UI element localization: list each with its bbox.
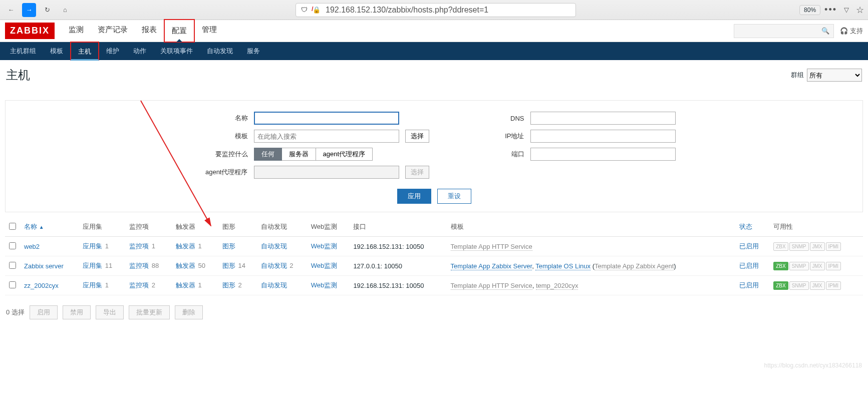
web-link[interactable]: Web监测 — [311, 262, 338, 269]
avail-jmx-badge: JMX — [810, 242, 825, 251]
filter-name-label: 名称 — [193, 114, 248, 123]
web-link[interactable]: Web监测 — [311, 242, 338, 250]
triggers-link[interactable]: 触发器 — [176, 281, 195, 289]
bulk-export-button[interactable]: 导出 — [96, 305, 124, 319]
filter-agentproxy-select-button: 选择 — [405, 166, 429, 179]
items-link[interactable]: 监控项 — [129, 242, 149, 250]
apps-link[interactable]: 应用集 — [83, 281, 102, 289]
template-link[interactable]: Template App HTTP Service — [451, 282, 532, 290]
bulk-delete-button[interactable]: 删除 — [175, 305, 203, 319]
headset-icon: 🎧 — [840, 27, 848, 35]
col-web: Web监测 — [307, 217, 350, 237]
url-bar[interactable]: 🛡 🔒/ 192.168.152.130/zabbix/hosts.php?dd… — [296, 3, 576, 17]
items-link[interactable]: 监控项 — [129, 262, 149, 269]
graphs-link[interactable]: 图形 — [222, 262, 235, 269]
subnav-services[interactable]: 服务 — [240, 42, 267, 60]
subnav-actions[interactable]: 动作 — [126, 42, 153, 60]
template-link[interactable]: Template App Zabbix Server — [451, 262, 532, 270]
filter-template-select-button[interactable]: 选择 — [405, 130, 429, 143]
row-checkbox[interactable] — [9, 262, 16, 269]
template-link[interactable]: Template App HTTP Service — [451, 243, 532, 251]
col-name[interactable]: 名称 ▲ — [20, 217, 79, 237]
home-button[interactable]: ⌂ — [58, 3, 72, 17]
nav-admin[interactable]: 管理 — [195, 19, 224, 43]
filter-dns-input[interactable] — [530, 112, 676, 125]
subnav-templates[interactable]: 模板 — [43, 42, 70, 60]
subnav-discovery[interactable]: 自动发现 — [200, 42, 240, 60]
triggers-link[interactable]: 触发器 — [176, 262, 195, 269]
items-link[interactable]: 监控项 — [129, 281, 149, 289]
status-toggle[interactable]: 已启用 — [739, 242, 759, 250]
subnav-correlation[interactable]: 关联项事件 — [153, 42, 200, 60]
bulk-massupdate-button[interactable]: 批量更新 — [129, 305, 170, 319]
graphs-link[interactable]: 图形 — [222, 242, 235, 250]
template-link[interactable]: Template OS Linux — [535, 262, 591, 270]
select-all-checkbox[interactable] — [9, 223, 16, 230]
discovery-link[interactable]: 自动发现 — [261, 262, 287, 269]
template-link[interactable]: temp_2020cyx — [536, 282, 578, 290]
row-checkbox[interactable] — [9, 242, 16, 249]
bulk-actions: 0 选择 启用 禁用 导出 批量更新 删除 — [0, 298, 868, 326]
web-link[interactable]: Web监测 — [311, 281, 338, 289]
zoom-badge[interactable]: 80% — [799, 5, 820, 15]
bookmark-star-icon[interactable]: ☆ — [856, 5, 864, 16]
top-nav: 监测 资产记录 报表 配置 管理 — [62, 19, 224, 43]
templates-cell: Template App HTTP Service — [447, 237, 736, 256]
filter-template-label: 模板 — [193, 132, 248, 141]
global-search[interactable]: 🔍 — [734, 24, 834, 38]
sub-nav: 主机群组 模板 主机 维护 动作 关联项事件 自动发现 服务 — [0, 42, 868, 60]
host-name-link[interactable]: web2 — [24, 243, 40, 250]
discovery-link[interactable]: 自动发现 — [261, 281, 287, 289]
subnav-hostgroups[interactable]: 主机群组 — [3, 42, 43, 60]
filter-agentproxy-label: agent代理程序 — [193, 168, 248, 177]
filter-template-input[interactable] — [254, 130, 399, 143]
nav-inventory[interactable]: 资产记录 — [91, 19, 135, 43]
host-name-link[interactable]: Zabbix server — [24, 262, 64, 270]
triggers-link[interactable]: 触发器 — [176, 242, 195, 250]
filter-port-input[interactable] — [530, 148, 676, 161]
filter-name-input[interactable] — [254, 112, 399, 125]
filter-reset-button[interactable]: 重设 — [437, 189, 471, 204]
nav-monitor[interactable]: 监测 — [62, 19, 91, 43]
row-checkbox[interactable] — [9, 281, 16, 288]
more-icon[interactable]: ••• — [824, 5, 837, 15]
monitor-agent[interactable]: agent代理程序 — [316, 148, 373, 161]
selected-count: 0 选择 — [6, 308, 25, 317]
interface-cell: 192.168.152.131: 10050 — [349, 237, 446, 256]
zabbix-logo[interactable]: ZABBIX — [5, 23, 55, 39]
interface-cell: 127.0.0.1: 10050 — [349, 256, 446, 276]
search-icon: 🔍 — [821, 27, 829, 35]
pocket-icon[interactable]: ▽ — [844, 6, 849, 14]
apps-link[interactable]: 应用集 — [83, 242, 102, 250]
filter-apply-button[interactable]: 应用 — [397, 189, 431, 204]
reload-button[interactable]: ↻ — [40, 3, 54, 17]
bulk-enable-button[interactable]: 启用 — [30, 305, 58, 319]
col-templates: 模板 — [447, 217, 736, 237]
col-availability: 可用性 — [769, 217, 863, 237]
monitor-server[interactable]: 服务器 — [282, 148, 316, 161]
shield-icon: 🛡 — [301, 6, 308, 14]
subnav-maintenance[interactable]: 维护 — [99, 42, 126, 60]
filter-ip-input[interactable] — [530, 130, 676, 143]
avail-ipmi-badge: IPMI — [826, 262, 841, 270]
back-button[interactable]: ← — [4, 3, 18, 17]
col-status[interactable]: 状态 — [735, 217, 769, 237]
url-text: 192.168.152.130/zabbix/hosts.php?ddreset… — [326, 6, 488, 15]
bulk-disable-button[interactable]: 禁用 — [63, 305, 91, 319]
subnav-hosts[interactable]: 主机 — [70, 42, 99, 61]
group-filter-select[interactable]: 所有 — [807, 69, 862, 82]
monitor-any[interactable]: 任何 — [254, 148, 282, 161]
nav-reports[interactable]: 报表 — [135, 19, 164, 43]
support-link[interactable]: 🎧 支持 — [840, 27, 863, 36]
apps-link[interactable]: 应用集 — [83, 262, 102, 269]
avail-snmp-badge: SNMP — [789, 242, 809, 251]
host-name-link[interactable]: zz_2002cyx — [24, 282, 59, 289]
avail-snmp-badge: SNMP — [789, 262, 809, 270]
discovery-link[interactable]: 自动发现 — [261, 242, 287, 250]
status-toggle[interactable]: 已启用 — [739, 262, 759, 269]
graphs-link[interactable]: 图形 — [222, 281, 235, 289]
col-discovery: 自动发现 — [257, 217, 307, 237]
forward-button[interactable]: → — [22, 3, 36, 17]
nav-configuration[interactable]: 配置 — [164, 19, 195, 43]
status-toggle[interactable]: 已启用 — [739, 281, 759, 289]
